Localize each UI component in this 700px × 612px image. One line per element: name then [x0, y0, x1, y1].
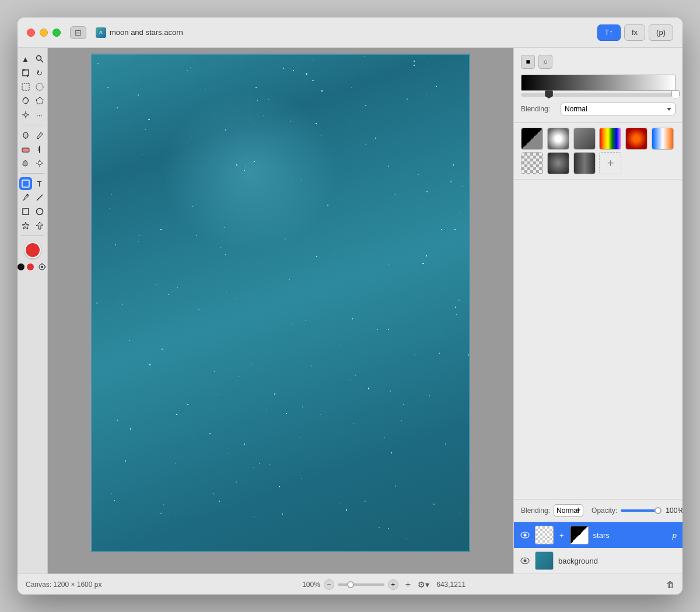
polygon-lasso-tool[interactable]: [33, 94, 46, 107]
layer-item-background[interactable]: background: [514, 548, 682, 574]
arrow-shape-tool[interactable]: [33, 219, 46, 232]
zoom-out-button[interactable]: −: [324, 579, 334, 590]
svg-point-13: [23, 132, 28, 138]
right-panel: ■ ○ Blending: Normal Multiply Screen: [513, 48, 682, 574]
layer-thumb-background: [535, 551, 554, 570]
close-button[interactable]: [27, 29, 35, 37]
preset-rainbow[interactable]: [599, 128, 621, 150]
maximize-button[interactable]: [52, 29, 61, 37]
svg-point-24: [26, 194, 28, 196]
layer-settings-button[interactable]: ⚙▾: [418, 580, 429, 589]
crop-tool[interactable]: [19, 66, 32, 79]
zoom-in-button[interactable]: +: [388, 579, 398, 590]
preset-radial[interactable]: [625, 128, 648, 150]
brush-tool[interactable]: [19, 129, 32, 142]
titlebar-tools: T↑ fx (p): [597, 24, 673, 41]
color-row: [18, 261, 48, 273]
preset-dark-grad[interactable]: [573, 152, 596, 174]
tool-row: [19, 94, 46, 107]
titlebar: ⊟ A moon and stars.acorn T↑ fx (p): [18, 17, 682, 48]
svg-rect-23: [22, 180, 29, 187]
gradient-handle-left[interactable]: [545, 90, 553, 99]
tool-row: ↻: [19, 66, 46, 79]
p-tool-button[interactable]: (p): [649, 24, 673, 41]
linear-gradient-btn[interactable]: ■: [521, 55, 535, 69]
opacity-slider[interactable]: [621, 509, 662, 512]
sidebar-toggle-button[interactable]: ⊟: [70, 26, 86, 39]
text-tool[interactable]: T: [33, 177, 46, 190]
canvas-glow: [162, 90, 337, 253]
preset-checker[interactable]: [521, 152, 543, 174]
gradient-bar[interactable]: [521, 75, 676, 91]
ellipse-draw-tool[interactable]: [33, 205, 46, 218]
canvas-area[interactable]: [48, 48, 513, 574]
rect-select-tool[interactable]: [19, 80, 32, 93]
svg-point-18: [38, 161, 41, 165]
svg-marker-28: [22, 222, 29, 229]
file-title: A moon and stars.acorn: [96, 27, 597, 38]
svg-rect-16: [22, 148, 29, 152]
divider: [21, 125, 44, 125]
preset-dark-rad[interactable]: [547, 152, 569, 174]
pencil-tool[interactable]: [33, 129, 46, 142]
svg-point-37: [524, 560, 527, 562]
layer-blend-select[interactable]: Normal Multiply Screen: [554, 504, 583, 517]
layer-thumb-stars-mask: [535, 526, 554, 544]
svg-rect-26: [23, 209, 29, 214]
preset-dark[interactable]: [573, 128, 596, 150]
rect-shape-tool[interactable]: [19, 177, 32, 190]
tool-row: ▲: [19, 52, 46, 65]
quick-select-tool[interactable]: ···: [33, 108, 46, 121]
color-picker-tool[interactable]: [36, 261, 48, 273]
canvas[interactable]: [91, 54, 470, 552]
primary-color-swatch[interactable]: [24, 242, 41, 258]
layer-item-stars[interactable]: + stars p: [514, 522, 682, 548]
minimize-button[interactable]: [40, 29, 48, 37]
gradient-bar-container: [521, 75, 676, 97]
arrow-tool[interactable]: ▲: [19, 52, 32, 65]
magic-wand-tool[interactable]: [19, 108, 32, 121]
traffic-lights: [27, 29, 61, 37]
delete-layer-button[interactable]: 🗑: [666, 580, 674, 589]
zoom-value: 100%: [302, 581, 320, 589]
rect-draw-tool[interactable]: [19, 205, 32, 218]
blending-row: Blending: Normal Multiply Screen Overlay: [521, 103, 676, 115]
fg-color-swatch[interactable]: [18, 263, 25, 271]
layer-name-background: background: [558, 557, 677, 565]
bg-color-swatch[interactable]: [26, 263, 34, 271]
layer-eye-background[interactable]: [520, 557, 530, 565]
lasso-tool[interactable]: [19, 94, 32, 107]
gradient-handle-right[interactable]: [671, 90, 680, 99]
text-tool-button[interactable]: T↑: [597, 24, 621, 41]
svg-point-0: [36, 56, 41, 61]
eraser-tool[interactable]: [19, 143, 32, 156]
canvas-info: Canvas: 1200 × 1600 px: [26, 581, 102, 589]
svg-point-6: [36, 83, 43, 90]
star-tool[interactable]: [19, 219, 32, 232]
radial-gradient-btn[interactable]: ○: [538, 55, 552, 69]
gradient-slider-track[interactable]: [521, 93, 676, 97]
line-tool[interactable]: [33, 191, 46, 204]
add-preset-button[interactable]: +: [599, 152, 621, 174]
color-section: [18, 242, 48, 273]
smear-tool[interactable]: [33, 143, 46, 156]
preset-bw[interactable]: [521, 128, 543, 150]
layer-name-stars: stars: [593, 531, 668, 540]
preset-blur[interactable]: [547, 128, 569, 150]
rotate-tool[interactable]: ↻: [33, 66, 46, 79]
fx-tool-button[interactable]: fx: [624, 24, 645, 41]
add-layer-button[interactable]: +: [405, 579, 411, 590]
layer-blend-row: Blending: Normal Multiply Screen Opacity…: [514, 499, 682, 522]
pen-tool[interactable]: [19, 191, 32, 204]
brightness-tool[interactable]: [33, 157, 46, 170]
layer-eye-stars[interactable]: [520, 531, 530, 539]
fill-tool[interactable]: [19, 157, 32, 170]
filename-label: moon and stars.acorn: [110, 28, 183, 37]
main-window: ⊟ A moon and stars.acorn T↑ fx (p) ▲: [18, 17, 682, 595]
zoom-tool[interactable]: [33, 52, 46, 65]
preset-multi[interactable]: [652, 128, 674, 150]
ellipse-select-tool[interactable]: [33, 80, 46, 93]
blending-select[interactable]: Normal Multiply Screen Overlay: [561, 103, 676, 115]
canvas-wrapper: [91, 54, 470, 552]
zoom-slider[interactable]: [338, 583, 384, 586]
